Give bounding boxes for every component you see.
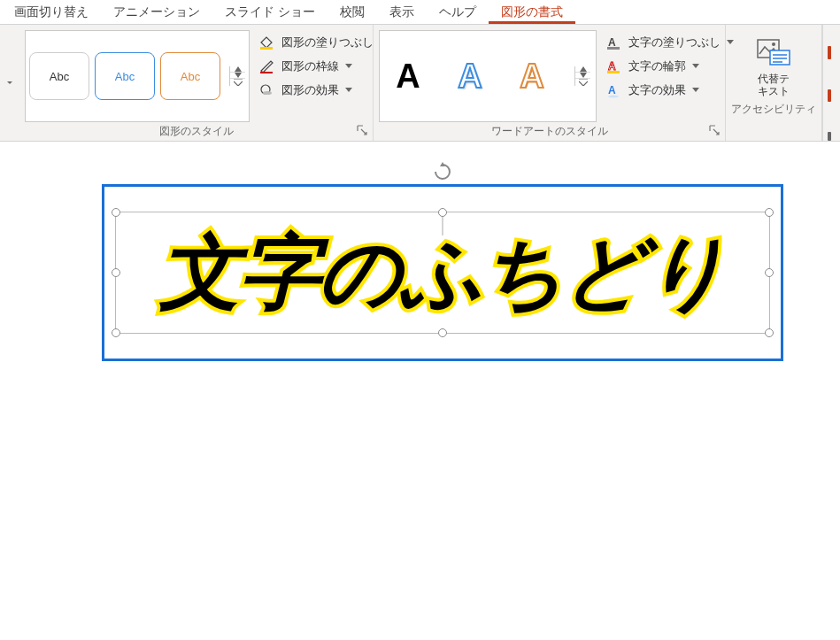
shape-outline-button[interactable]: 図形の枠線 bbox=[255, 56, 389, 77]
shape-gallery-down[interactable] bbox=[230, 72, 245, 78]
menu-help[interactable]: ヘルプ bbox=[427, 1, 489, 24]
effects-icon bbox=[257, 81, 276, 99]
wordart-gallery-spinner bbox=[574, 66, 590, 86]
shape-style-2[interactable]: Abc bbox=[95, 52, 155, 100]
svg-rect-1 bbox=[260, 72, 273, 73]
svg-rect-5 bbox=[607, 47, 620, 50]
shape-outline-label: 図形の枠線 bbox=[281, 58, 339, 74]
paint-bucket-icon bbox=[257, 34, 276, 51]
wordart-gallery-more[interactable] bbox=[575, 78, 590, 86]
ribbon-edge-stub bbox=[822, 25, 835, 141]
text-options: A 文字の塗りつぶし A 文字の輪郭 A 文字の効果 bbox=[597, 30, 742, 122]
shape-gallery-spinner bbox=[229, 66, 245, 86]
text-effects-label: 文字の効果 bbox=[628, 82, 686, 98]
text-outline-label: 文字の輪郭 bbox=[628, 58, 686, 74]
svg-point-11 bbox=[772, 42, 775, 46]
svg-rect-0 bbox=[260, 47, 273, 50]
wordart-gallery-down[interactable] bbox=[575, 72, 590, 78]
group-label-accessibility: アクセシビリティ bbox=[731, 100, 816, 117]
text-fill-icon: A bbox=[604, 34, 623, 51]
shape-fill-label: 図形の塗りつぶし bbox=[281, 35, 374, 50]
textbox-content[interactable]: 文字のふちどり bbox=[104, 218, 781, 328]
chevron-down-icon bbox=[691, 86, 700, 95]
menu-bar: 画面切り替え アニメーション スライド ショー 校閲 表示 ヘルプ 図形の書式 bbox=[0, 0, 840, 25]
selected-textbox[interactable]: 文字のふちどり bbox=[102, 184, 783, 361]
wordart-style-3[interactable]: A bbox=[509, 58, 555, 96]
group-label-wordart-styles: ワードアートのスタイル bbox=[379, 122, 720, 139]
text-outline-button[interactable]: A 文字の輪郭 bbox=[602, 56, 736, 77]
text-fill-button[interactable]: A 文字の塗りつぶし bbox=[602, 32, 736, 53]
svg-text:A: A bbox=[608, 36, 616, 49]
text-fill-label: 文字の塗りつぶし bbox=[628, 35, 721, 50]
handle-tr[interactable] bbox=[765, 208, 774, 217]
chevron-down-icon bbox=[344, 62, 353, 71]
wordart-gallery[interactable]: A A A bbox=[379, 30, 597, 122]
svg-rect-7 bbox=[607, 71, 620, 73]
shape-style-3[interactable]: Abc bbox=[160, 52, 220, 100]
wordart-style-2[interactable]: A bbox=[447, 58, 493, 96]
text-effects-icon: A bbox=[604, 81, 623, 99]
menu-transition[interactable]: 画面切り替え bbox=[2, 1, 101, 24]
shape-gallery-more[interactable] bbox=[230, 78, 245, 86]
svg-text:A: A bbox=[608, 60, 616, 73]
pen-outline-icon bbox=[257, 58, 276, 75]
group-wordart-styles: A A A A 文字の塗りつぶし bbox=[374, 25, 726, 141]
shape-fill-button[interactable]: 図形の塗りつぶし bbox=[255, 32, 389, 53]
rotate-handle[interactable] bbox=[433, 162, 452, 184]
handle-tc[interactable] bbox=[438, 208, 447, 217]
handle-bl[interactable] bbox=[112, 328, 120, 337]
menu-shape-format[interactable]: 図形の書式 bbox=[489, 1, 575, 24]
shape-effects-button[interactable]: 図形の効果 bbox=[255, 80, 389, 101]
text-effects-button[interactable]: A 文字の効果 bbox=[602, 80, 736, 101]
svg-point-3 bbox=[263, 91, 272, 95]
wordart-styles-launcher[interactable] bbox=[709, 125, 721, 137]
handle-tl[interactable] bbox=[112, 208, 120, 217]
group-label-shape-styles: 図形のスタイル bbox=[25, 122, 367, 139]
stub-mark bbox=[828, 89, 831, 103]
chevron-down-icon bbox=[691, 62, 700, 71]
svg-text:A: A bbox=[608, 84, 616, 96]
text-outline-icon: A bbox=[604, 58, 623, 75]
stub-mark bbox=[828, 46, 831, 59]
svg-point-9 bbox=[608, 96, 619, 98]
alt-text-icon[interactable] bbox=[756, 37, 791, 69]
menu-animation[interactable]: アニメーション bbox=[101, 1, 212, 24]
menu-review[interactable]: 校閲 bbox=[328, 1, 377, 24]
slide-canvas[interactable]: 文字のふちどり bbox=[0, 142, 840, 640]
menu-slideshow[interactable]: スライド ショー bbox=[212, 1, 328, 24]
chevron-down-icon bbox=[344, 86, 353, 95]
stub-mark bbox=[828, 132, 831, 141]
ribbon-expand-button[interactable] bbox=[0, 25, 19, 141]
menu-view[interactable]: 表示 bbox=[377, 1, 427, 24]
handle-br[interactable] bbox=[765, 328, 774, 337]
shape-styles-launcher[interactable] bbox=[357, 125, 369, 137]
shape-effects-label: 図形の効果 bbox=[281, 82, 339, 98]
group-accessibility: 代替テキスト アクセシビリティ bbox=[726, 25, 822, 141]
alt-text-label: 代替テキスト bbox=[758, 73, 790, 98]
ribbon: Abc Abc Abc 図形の塗りつぶし bbox=[0, 25, 840, 142]
group-shape-styles: Abc Abc Abc 図形の塗りつぶし bbox=[19, 25, 374, 141]
wordart-style-1[interactable]: A bbox=[385, 58, 431, 96]
shape-style-gallery[interactable]: Abc Abc Abc bbox=[25, 30, 250, 122]
shape-style-1[interactable]: Abc bbox=[29, 52, 89, 100]
handle-bc[interactable] bbox=[438, 328, 447, 337]
